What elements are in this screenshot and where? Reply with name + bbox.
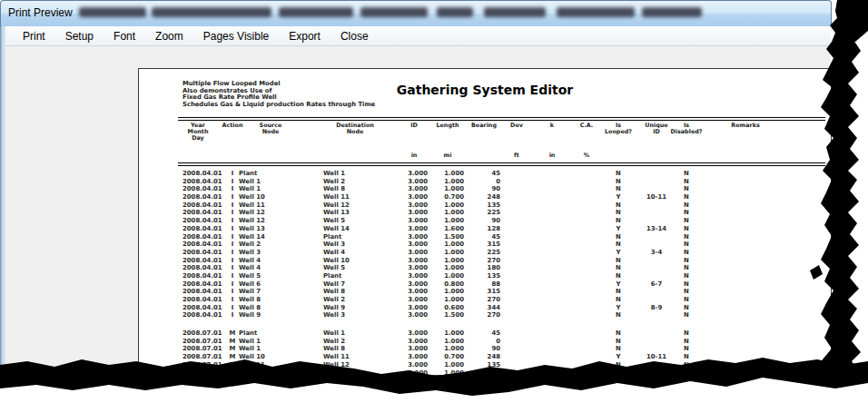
- menu-close[interactable]: Close: [330, 28, 379, 44]
- cell-disabled: N: [668, 329, 705, 338]
- table-row: 2008.04.01IWell 13Well 143.0001.600128Y1…: [139, 225, 831, 233]
- cell-length: 1.000: [428, 217, 464, 225]
- table-row: 2008.04.01IWell 5Plant3.0001.000135NN: [139, 272, 831, 280]
- cell-date: 2008.04.01: [182, 202, 222, 210]
- menu-zoom[interactable]: Zoom: [145, 28, 193, 44]
- menu-setup[interactable]: Setup: [55, 28, 104, 44]
- cell-looped: N: [600, 264, 636, 272]
- cell-bearing: 135: [464, 272, 500, 280]
- cell-disabled: N: [668, 311, 705, 319]
- cell-looped: N: [600, 361, 636, 369]
- cell-disabled: N: [668, 185, 705, 193]
- cell-bearing: 45: [464, 329, 500, 338]
- cell-bearing: 344: [464, 304, 500, 312]
- table-row: 2008.04.01IWell 12Well 53.0001.00090NN: [139, 217, 831, 225]
- cell-length: 1.000: [428, 345, 464, 353]
- cell-looped: N: [600, 217, 636, 225]
- cell-id: 3.000: [391, 202, 428, 210]
- cell-disabled: N: [668, 257, 705, 265]
- cell-bearing: 315: [464, 241, 500, 249]
- cell-bearing: 90: [464, 185, 500, 193]
- cell-looped: N: [600, 329, 636, 338]
- cell-date: 2008.04.01: [182, 272, 222, 280]
- cell-source: Well 8: [239, 304, 311, 312]
- table-row: 2008.04.01IPlantWell 13.0001.00045NN: [139, 170, 831, 178]
- cell-looped: Y: [600, 225, 636, 233]
- cell-looped: N: [600, 338, 636, 346]
- table-row: 2008.04.01IWell 10Well 113.0000.700248Y1…: [139, 193, 831, 202]
- cell-date: 2008.07.01: [182, 329, 222, 338]
- col-header-dev: Dev: [498, 123, 535, 129]
- menu-font[interactable]: Font: [104, 28, 145, 44]
- cell-id: 3.000: [391, 361, 428, 369]
- cell-length: 1.000: [428, 185, 464, 193]
- table-row: 2008.07.01MWell 11Well 123.0001.000135NN: [139, 361, 831, 369]
- table-row: 2008.04.01IWell 11Well 123.0001.000135NN: [139, 202, 831, 210]
- cell-length: 1.000: [428, 338, 464, 346]
- cell-disabled: N: [668, 241, 705, 249]
- cell-looped: Y: [600, 304, 636, 312]
- cell-length: 1.000: [428, 361, 464, 369]
- cell-id: 3.000: [391, 225, 428, 233]
- cell-disabled: N: [668, 353, 705, 361]
- cell-source: Well 12: [239, 209, 311, 217]
- cell-disabled: N: [668, 193, 705, 202]
- cell-length: 1.000: [428, 178, 464, 186]
- cell-length: 1.000: [428, 241, 464, 249]
- cell-source: Well 1: [239, 338, 311, 346]
- report-title: Gathering System Editor: [139, 83, 831, 97]
- col-header-bearing: Bearing: [466, 123, 502, 129]
- cell-id: 3.000: [391, 304, 428, 312]
- cell-disabled: N: [668, 217, 705, 225]
- cell-looped: Y: [600, 193, 636, 202]
- cell-id: 3.000: [391, 345, 428, 353]
- cell-date: 2008.04.01: [182, 185, 222, 193]
- cell-source: Well 7: [239, 288, 311, 296]
- cell-date: 2008.07.01: [182, 338, 222, 346]
- titlebar[interactable]: Print Preview: [0, 0, 832, 26]
- menu-print[interactable]: Print: [13, 28, 55, 44]
- cell-date: 2008.07.01: [182, 345, 222, 353]
- row-group: 2008.04.01IPlantWell 13.0001.00045NN2008…: [139, 170, 831, 319]
- table-row: 2008.04.01IWell 8Well 93.0000.600344Y8-9…: [139, 304, 831, 312]
- cell-source: Well 10: [239, 193, 311, 202]
- table-row: 2008.04.01IWell 1Well 23.0001.0000NN: [139, 178, 831, 186]
- menu-pages-visible[interactable]: Pages Visible: [193, 28, 280, 44]
- table-row: 2008.07.01MWell 1Well 83.0001.00090NN: [139, 345, 831, 353]
- cell-id: 3.000: [391, 233, 428, 241]
- table-row: 2008.07.01MWell 10Well 113.0000.700248Y1…: [139, 353, 831, 361]
- row-group: 2008.07.01MPlantWell 13.0001.00045NN2008…: [139, 329, 831, 377]
- cell-id: 3.000: [391, 249, 428, 257]
- cell-date: 2008.04.01: [182, 288, 222, 296]
- cell-source: Well 1: [239, 345, 311, 353]
- menu-bar: Print Setup Font Zoom Pages Visible Expo…: [5, 26, 831, 46]
- cell-looped: N: [600, 202, 636, 210]
- unit-id: in: [396, 152, 432, 159]
- cell-looped: N: [600, 369, 636, 378]
- cell-bearing: 248: [464, 353, 500, 361]
- cell-source: Well 4: [239, 257, 311, 265]
- cell-id: 3.000: [391, 329, 428, 338]
- cell-disabled: N: [668, 170, 705, 178]
- cell-source: Plant: [239, 170, 311, 178]
- cell-id: 3.000: [391, 178, 428, 186]
- cell-disabled: N: [668, 296, 705, 304]
- menu-export[interactable]: Export: [279, 28, 330, 44]
- cell-looped: Y: [600, 249, 636, 257]
- table-row: 2008.04.01IWell 1Well 83.0001.00090NN: [139, 185, 831, 193]
- cell-bearing: 0: [464, 338, 500, 346]
- table-header-rule: [178, 162, 825, 166]
- redacted-title-text: [79, 7, 702, 19]
- col-header-ca: C.A.: [568, 123, 605, 129]
- cell-looped: N: [600, 272, 636, 280]
- cell-disabled: N: [668, 304, 705, 312]
- note-line: Schedules Gas & Liquid production Rates …: [182, 102, 375, 109]
- cell-bearing: 45: [464, 233, 500, 241]
- cell-bearing: 135: [464, 361, 500, 369]
- table-row: 2008.07.01MWell 12Well 133.0001.000225NN: [139, 369, 831, 378]
- cell-source: Well 11: [239, 202, 311, 210]
- cell-bearing: 270: [464, 257, 500, 265]
- cell-disabled: N: [668, 338, 705, 346]
- cell-date: 2008.07.01: [182, 353, 222, 361]
- col-header-is-disabled: Is Disabled?: [668, 123, 705, 135]
